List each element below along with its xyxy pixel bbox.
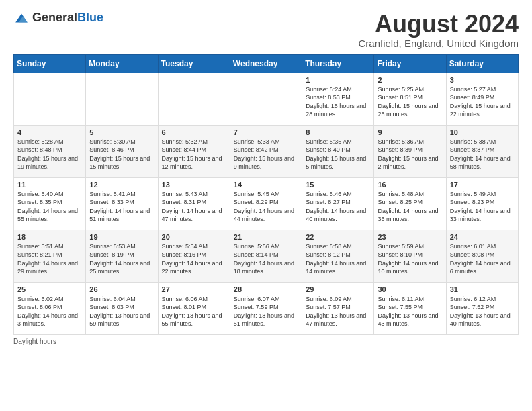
calendar-week-3: 11Sunrise: 5:40 AM Sunset: 8:35 PM Dayli…	[14, 177, 519, 230]
day-info: Sunrise: 5:41 AM Sunset: 8:33 PM Dayligh…	[89, 190, 154, 224]
day-info: Sunrise: 5:40 AM Sunset: 8:35 PM Dayligh…	[17, 190, 82, 224]
day-info: Sunrise: 5:28 AM Sunset: 8:48 PM Dayligh…	[17, 138, 82, 171]
day-info: Sunrise: 6:01 AM Sunset: 8:08 PM Dayligh…	[450, 242, 515, 276]
day-number: 19	[89, 233, 154, 241]
calendar-cell: 21Sunrise: 5:56 AM Sunset: 8:14 PM Dayli…	[230, 230, 302, 282]
calendar-cell: 5Sunrise: 5:30 AM Sunset: 8:46 PM Daylig…	[86, 125, 158, 177]
calendar-cell: 24Sunrise: 6:01 AM Sunset: 8:08 PM Dayli…	[446, 230, 518, 282]
main-title: August 2024	[359, 11, 519, 38]
day-info: Sunrise: 6:11 AM Sunset: 7:55 PM Dayligh…	[378, 295, 442, 328]
logo-text: GeneralBlue	[32, 11, 103, 25]
day-number: 12	[89, 181, 154, 189]
day-info: Sunrise: 5:56 AM Sunset: 8:14 PM Dayligh…	[234, 242, 298, 276]
day-number: 25	[17, 285, 82, 293]
calendar-cell: 15Sunrise: 5:46 AM Sunset: 8:27 PM Dayli…	[302, 177, 374, 230]
calendar-cell: 16Sunrise: 5:48 AM Sunset: 8:25 PM Dayli…	[374, 177, 446, 230]
day-info: Sunrise: 5:43 AM Sunset: 8:31 PM Dayligh…	[162, 190, 226, 224]
day-number: 29	[306, 285, 370, 293]
header: GeneralBlue August 2024 Cranfield, Engla…	[13, 11, 519, 49]
day-info: Sunrise: 5:30 AM Sunset: 8:46 PM Dayligh…	[89, 138, 154, 171]
calendar-cell: 27Sunrise: 6:06 AM Sunset: 8:01 PM Dayli…	[158, 282, 230, 334]
day-number: 11	[17, 181, 82, 189]
day-info: Sunrise: 5:48 AM Sunset: 8:25 PM Dayligh…	[378, 190, 442, 224]
footer-note: Daylight hours	[13, 338, 519, 345]
calendar-cell: 20Sunrise: 5:54 AM Sunset: 8:16 PM Dayli…	[158, 230, 230, 282]
day-info: Sunrise: 6:07 AM Sunset: 7:59 PM Dayligh…	[234, 295, 298, 328]
day-info: Sunrise: 5:59 AM Sunset: 8:10 PM Dayligh…	[378, 242, 442, 276]
calendar-cell: 19Sunrise: 5:53 AM Sunset: 8:19 PM Dayli…	[86, 230, 158, 282]
page: GeneralBlue August 2024 Cranfield, Engla…	[0, 0, 532, 352]
calendar-cell	[86, 73, 158, 125]
day-number: 21	[234, 233, 298, 241]
calendar-cell: 4Sunrise: 5:28 AM Sunset: 8:48 PM Daylig…	[14, 125, 86, 177]
day-number: 18	[17, 233, 82, 241]
day-info: Sunrise: 5:54 AM Sunset: 8:16 PM Dayligh…	[162, 242, 226, 276]
day-number: 2	[378, 76, 442, 84]
calendar-cell: 6Sunrise: 5:32 AM Sunset: 8:44 PM Daylig…	[158, 125, 230, 177]
calendar-cell: 12Sunrise: 5:41 AM Sunset: 8:33 PM Dayli…	[86, 177, 158, 230]
calendar-cell: 29Sunrise: 6:09 AM Sunset: 7:57 PM Dayli…	[302, 282, 374, 334]
calendar-cell: 13Sunrise: 5:43 AM Sunset: 8:31 PM Dayli…	[158, 177, 230, 230]
calendar-cell: 7Sunrise: 5:33 AM Sunset: 8:42 PM Daylig…	[230, 125, 302, 177]
calendar-cell: 30Sunrise: 6:11 AM Sunset: 7:55 PM Dayli…	[374, 282, 446, 334]
day-number: 10	[450, 128, 515, 136]
day-number: 6	[162, 128, 226, 136]
day-number: 20	[162, 233, 226, 241]
calendar-cell	[14, 73, 86, 125]
calendar-cell: 18Sunrise: 5:51 AM Sunset: 8:21 PM Dayli…	[14, 230, 86, 282]
day-number: 22	[306, 233, 370, 241]
calendar-cell: 22Sunrise: 5:58 AM Sunset: 8:12 PM Dayli…	[302, 230, 374, 282]
day-number: 27	[162, 285, 226, 293]
logo-icon	[13, 11, 30, 25]
day-header-saturday: Saturday	[446, 54, 518, 73]
day-number: 14	[234, 181, 298, 189]
day-number: 4	[17, 128, 82, 136]
day-info: Sunrise: 6:12 AM Sunset: 7:52 PM Dayligh…	[450, 295, 515, 328]
day-number: 5	[89, 128, 154, 136]
day-info: Sunrise: 5:51 AM Sunset: 8:21 PM Dayligh…	[17, 242, 82, 276]
calendar-cell: 8Sunrise: 5:35 AM Sunset: 8:40 PM Daylig…	[302, 125, 374, 177]
day-header-wednesday: Wednesday	[230, 54, 302, 73]
calendar-cell	[158, 73, 230, 125]
day-header-tuesday: Tuesday	[158, 54, 230, 73]
day-info: Sunrise: 5:35 AM Sunset: 8:40 PM Dayligh…	[306, 138, 370, 171]
day-number: 30	[378, 285, 442, 293]
day-number: 24	[450, 233, 515, 241]
day-info: Sunrise: 5:32 AM Sunset: 8:44 PM Dayligh…	[162, 138, 226, 171]
calendar-week-4: 18Sunrise: 5:51 AM Sunset: 8:21 PM Dayli…	[14, 230, 519, 282]
day-number: 26	[89, 285, 154, 293]
day-info: Sunrise: 5:25 AM Sunset: 8:51 PM Dayligh…	[378, 85, 442, 119]
day-info: Sunrise: 5:45 AM Sunset: 8:29 PM Dayligh…	[234, 190, 298, 224]
day-info: Sunrise: 5:46 AM Sunset: 8:27 PM Dayligh…	[306, 190, 370, 224]
calendar-week-2: 4Sunrise: 5:28 AM Sunset: 8:48 PM Daylig…	[14, 125, 519, 177]
day-number: 16	[378, 181, 442, 189]
calendar-cell: 11Sunrise: 5:40 AM Sunset: 8:35 PM Dayli…	[14, 177, 86, 230]
calendar-cell: 25Sunrise: 6:02 AM Sunset: 8:06 PM Dayli…	[14, 282, 86, 334]
calendar-cell: 31Sunrise: 6:12 AM Sunset: 7:52 PM Dayli…	[446, 282, 518, 334]
day-info: Sunrise: 5:36 AM Sunset: 8:39 PM Dayligh…	[378, 138, 442, 171]
day-info: Sunrise: 6:02 AM Sunset: 8:06 PM Dayligh…	[17, 295, 82, 328]
calendar-cell: 9Sunrise: 5:36 AM Sunset: 8:39 PM Daylig…	[374, 125, 446, 177]
day-number: 3	[450, 76, 515, 84]
day-header-thursday: Thursday	[302, 54, 374, 73]
calendar-cell: 1Sunrise: 5:24 AM Sunset: 8:53 PM Daylig…	[302, 73, 374, 125]
subtitle: Cranfield, England, United Kingdom	[359, 38, 519, 49]
calendar-week-1: 1Sunrise: 5:24 AM Sunset: 8:53 PM Daylig…	[14, 73, 519, 125]
calendar-cell: 28Sunrise: 6:07 AM Sunset: 7:59 PM Dayli…	[230, 282, 302, 334]
calendar-cell: 23Sunrise: 5:59 AM Sunset: 8:10 PM Dayli…	[374, 230, 446, 282]
day-number: 23	[378, 233, 442, 241]
day-number: 28	[234, 285, 298, 293]
day-info: Sunrise: 5:58 AM Sunset: 8:12 PM Dayligh…	[306, 242, 370, 276]
day-header-monday: Monday	[86, 54, 158, 73]
day-info: Sunrise: 6:09 AM Sunset: 7:57 PM Dayligh…	[306, 295, 370, 328]
day-info: Sunrise: 5:53 AM Sunset: 8:19 PM Dayligh…	[89, 242, 154, 276]
day-number: 1	[306, 76, 370, 84]
calendar-cell: 3Sunrise: 5:27 AM Sunset: 8:49 PM Daylig…	[446, 73, 518, 125]
calendar-header-row: SundayMondayTuesdayWednesdayThursdayFrid…	[14, 54, 519, 73]
calendar-cell: 10Sunrise: 5:38 AM Sunset: 8:37 PM Dayli…	[446, 125, 518, 177]
calendar-cell: 14Sunrise: 5:45 AM Sunset: 8:29 PM Dayli…	[230, 177, 302, 230]
day-number: 17	[450, 181, 515, 189]
calendar-table: SundayMondayTuesdayWednesdayThursdayFrid…	[13, 54, 519, 335]
day-info: Sunrise: 5:38 AM Sunset: 8:37 PM Dayligh…	[450, 138, 515, 171]
day-info: Sunrise: 5:33 AM Sunset: 8:42 PM Dayligh…	[234, 138, 298, 171]
